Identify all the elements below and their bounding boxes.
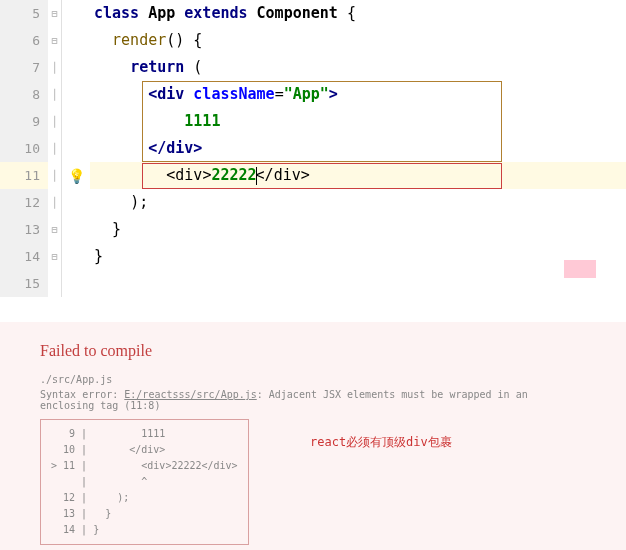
line-number: 5 (0, 0, 48, 27)
fold-column: ⊟ ⊟ │ │ │ │ │ │ ⊟ ⊟ (48, 0, 62, 297)
code-line: return ( (90, 54, 626, 81)
code-line: </div> (90, 135, 626, 162)
fold-guide: │ (48, 108, 61, 135)
line-number-gutter: 5 6 7 8 9 10 11 12 13 14 15 (0, 0, 48, 297)
code-line: render() { (90, 27, 626, 54)
fold-marker-icon[interactable]: ⊟ (48, 0, 61, 27)
lightbulb-icon[interactable]: 💡 (68, 168, 85, 184)
line-number: 9 (0, 108, 48, 135)
fold-guide: │ (48, 135, 61, 162)
code-line (90, 270, 626, 297)
line-number: 8 (0, 81, 48, 108)
compile-error-panel: Failed to compile ./src/App.js Syntax er… (0, 322, 626, 550)
line-number: 10 (0, 135, 48, 162)
code-line: } (90, 216, 626, 243)
marker-margin: 💡 (62, 0, 90, 297)
line-number: 11 (0, 162, 48, 189)
line-number: 6 (0, 27, 48, 54)
error-title: Failed to compile (40, 342, 586, 360)
code-area[interactable]: class App extends Component { render() {… (90, 0, 626, 297)
fold-guide: │ (48, 162, 61, 189)
code-line: <div>22222</div> (90, 162, 626, 189)
panel-separator (0, 297, 626, 322)
fold-guide: │ (48, 54, 61, 81)
line-number: 14 (0, 243, 48, 270)
code-line: 1111 (90, 108, 626, 135)
error-annotation-text: react必须有顶级div包裹 (310, 434, 452, 451)
code-line: } (90, 243, 626, 270)
fold-guide (48, 270, 61, 297)
error-code-snippet: 9 | 1111 10 | </div> > 11 | <div>22222</… (40, 419, 249, 545)
code-editor[interactable]: 5 6 7 8 9 10 11 12 13 14 15 ⊟ ⊟ │ │ │ │ … (0, 0, 626, 297)
fold-end-icon[interactable]: ⊟ (48, 243, 61, 270)
line-number: 15 (0, 270, 48, 297)
line-number: 7 (0, 54, 48, 81)
fold-end-icon[interactable]: ⊟ (48, 216, 61, 243)
error-file-path: ./src/App.js (40, 374, 586, 385)
line-number: 12 (0, 189, 48, 216)
code-line: <div className="App"> (90, 81, 626, 108)
fold-marker-icon[interactable]: ⊟ (48, 27, 61, 54)
scrollbar-error-marker[interactable] (564, 260, 596, 278)
fold-guide: │ (48, 81, 61, 108)
code-line: class App extends Component { (90, 0, 626, 27)
code-line: ); (90, 189, 626, 216)
error-message: Syntax error: E:/reactsss/src/App.js: Ad… (40, 389, 586, 411)
line-number: 13 (0, 216, 48, 243)
fold-guide: │ (48, 189, 61, 216)
